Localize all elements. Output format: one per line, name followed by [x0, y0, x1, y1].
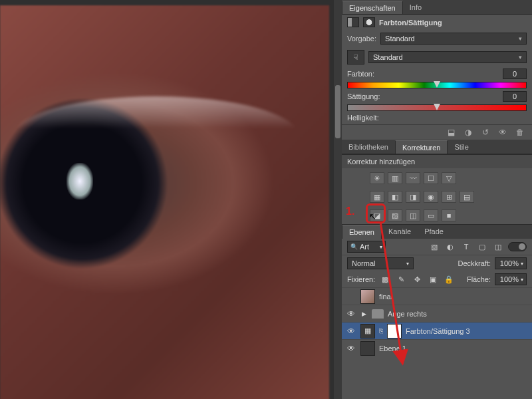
targeted-adjustment-tool[interactable]: ☟ — [347, 50, 364, 65]
layer-name: Farbton/Sättigung 3 — [406, 327, 470, 335]
eye-icon[interactable]: 👁 — [346, 309, 356, 319]
view-previous-icon[interactable]: ◑ — [463, 128, 473, 137]
lock-position-icon[interactable]: ✥ — [411, 275, 423, 284]
filter-pixel-icon[interactable]: ▧ — [428, 242, 440, 251]
adj-channel-mixer-icon[interactable]: ⊞ — [442, 191, 456, 203]
folder-icon — [372, 309, 384, 319]
adj-photo-filter-icon[interactable]: ◉ — [424, 191, 438, 203]
filter-type-icon[interactable]: T — [460, 242, 472, 251]
visibility-icon[interactable]: 👁 — [497, 128, 508, 137]
adj-color-balance-icon[interactable]: ◧ — [388, 191, 402, 203]
layer-mask-thumb[interactable] — [387, 324, 402, 338]
filter-shape-icon[interactable]: ▢ — [476, 242, 488, 251]
saturation-slider[interactable] — [347, 104, 527, 111]
adj-posterize-icon[interactable]: ▨ — [388, 209, 402, 221]
blend-mode-dropdown[interactable]: Normal — [347, 257, 414, 269]
group-expand-icon[interactable]: ▶ — [362, 311, 366, 317]
adj-brightness-icon[interactable]: ☀ — [370, 172, 384, 184]
hue-label: Farbton: — [347, 70, 374, 78]
reset-icon[interactable]: ↺ — [480, 128, 491, 137]
lock-label: Fixieren: — [347, 275, 375, 283]
document-canvas[interactable] — [0, 0, 332, 399]
adj-exposure-icon[interactable]: ☐ — [424, 172, 438, 184]
scrollbar-thumb[interactable] — [335, 85, 340, 138]
lock-transparency-icon[interactable]: ▩ — [379, 275, 391, 284]
filter-adjust-icon[interactable]: ◐ — [444, 242, 456, 251]
adj-threshold-icon[interactable]: ◫ — [406, 209, 420, 221]
eye-icon[interactable]: 👁 — [346, 327, 356, 336]
adj-bw-icon[interactable]: ◨ — [406, 191, 420, 203]
tab-info[interactable]: Info — [403, 1, 428, 13]
filter-toggle[interactable] — [508, 242, 527, 251]
tab-channels[interactable]: Kanäle — [382, 225, 418, 239]
adjustment-type-icon — [347, 17, 359, 27]
filter-smart-icon[interactable]: ◫ — [492, 242, 504, 251]
adj-curves-icon[interactable]: 〰 — [406, 172, 420, 184]
fill-label: Fläche: — [467, 275, 491, 283]
layer-thumbnail — [360, 289, 375, 304]
opacity-value[interactable]: 100% — [495, 257, 527, 269]
clip-to-layer-icon[interactable]: ⬓ — [446, 128, 456, 137]
preset-dropdown[interactable]: Standard — [380, 33, 527, 45]
lock-artboard-icon[interactable]: ▣ — [427, 275, 439, 284]
fill-value[interactable]: 100% — [495, 273, 527, 285]
adj-vibrance-icon[interactable]: ▽ — [442, 172, 456, 184]
layer-group-auge-rechts[interactable]: 👁 ▶ Auge rechts — [342, 305, 532, 322]
adjustment-title: Farbton/Sättigung — [379, 19, 442, 27]
layer-filter-dropdown[interactable]: Art — [347, 241, 386, 253]
opacity-label: Deckkraft: — [458, 259, 491, 267]
tab-styles[interactable]: Stile — [448, 140, 475, 153]
hue-slider[interactable] — [347, 82, 527, 88]
layer-name: final — [379, 293, 392, 301]
layer-row-ebene1[interactable]: 👁 Ebene 1 — [342, 339, 532, 356]
color-range-dropdown[interactable]: Standard — [368, 51, 527, 63]
adj-levels-icon[interactable]: ▥ — [388, 172, 402, 184]
saturation-label: Sättigung: — [347, 92, 380, 100]
layer-thumbnail — [360, 341, 375, 356]
adj-color-lookup-icon[interactable]: ▤ — [460, 191, 474, 203]
eye-icon[interactable]: 👁 — [346, 344, 356, 353]
add-adjustment-heading: Korrektur hinzufügen — [342, 154, 532, 168]
adj-selective-color-icon[interactable]: ■ — [442, 209, 456, 221]
preset-label: Vorgabe: — [347, 35, 376, 43]
layer-row-hue-sat-3[interactable]: 👁 ▦ ⎘ Farbton/Sättigung 3 — [342, 322, 532, 339]
tab-properties[interactable]: Eigenschaften — [342, 1, 403, 14]
lock-pixels-icon[interactable]: ✎ — [395, 275, 407, 284]
trash-icon[interactable]: 🗑 — [515, 128, 525, 137]
tab-paths[interactable]: Pfade — [418, 225, 450, 239]
saturation-value[interactable]: 0 — [503, 91, 527, 102]
adj-hue-sat-icon[interactable]: ▦ — [370, 191, 384, 203]
link-icon[interactable]: ⎘ — [379, 327, 383, 334]
canvas-vertical-scrollbar[interactable] — [334, 0, 342, 399]
layer-row-final[interactable]: final — [342, 287, 532, 305]
tab-libraries[interactable]: Bibliotheken — [342, 140, 395, 153]
layer-group-name: Auge rechts — [388, 310, 427, 318]
annotation-highlight-box — [366, 203, 386, 223]
mask-mode-icon[interactable] — [363, 17, 375, 27]
adj-gradient-map-icon[interactable]: ▭ — [424, 209, 438, 221]
adjustment-thumb-icon: ▦ — [360, 324, 375, 338]
annotation-step-number: 1. — [346, 205, 354, 217]
lightness-label: Helligkeit: — [347, 114, 379, 122]
tab-layers[interactable]: Ebenen — [342, 225, 382, 239]
layer-name: Ebene 1 — [379, 344, 406, 352]
hue-value[interactable]: 0 — [503, 68, 527, 79]
tab-adjustments[interactable]: Korrekturen — [395, 140, 448, 154]
lock-all-icon[interactable]: 🔒 — [443, 275, 455, 284]
